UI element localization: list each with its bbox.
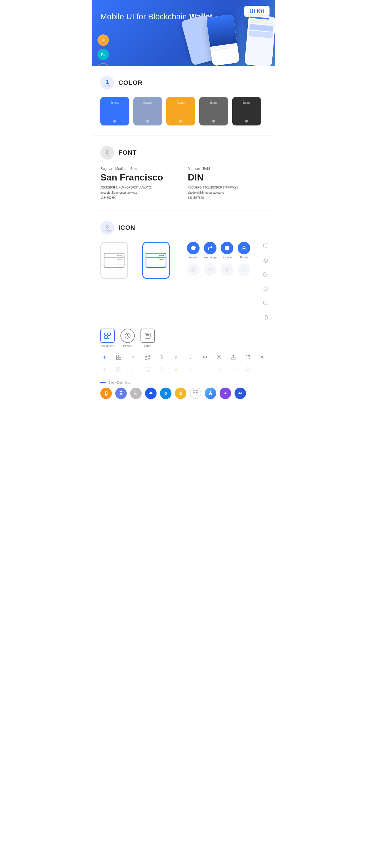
svg-rect-46 [231,358,235,359]
nav-icons-active-row: Assets Exchange Discover [187,242,250,259]
svg-point-45 [218,356,220,358]
svg-marker-15 [191,267,196,272]
wallet-svg-outline [101,248,127,273]
swatch-dot-5 [245,120,248,123]
section-1-number: 1 ONE [101,76,114,90]
exchange-icon-box: Exchange [204,242,217,259]
screens-badge: 60+Screens [97,63,109,66]
discover-icon [221,242,233,254]
iota-icon [190,388,201,399]
swatch-gray-blue: #8DA0C8 [133,97,162,125]
blockchain-line [101,382,106,383]
action-icons-section: Mangment History Order [101,329,266,347]
assets-icon-box: Assets [187,242,200,259]
svg-rect-37 [116,358,118,360]
share-icon [201,353,209,361]
svg-rect-50 [119,370,121,372]
btc-icon: ₿ [101,388,112,399]
svg-line-44 [163,358,164,359]
section-2-title: FONT [118,149,137,156]
svg-rect-52 [148,367,150,369]
section-1-title: COLOR [118,79,142,87]
section-2-number: 2 TWO [101,146,114,160]
section-2-header: 2 TWO FONT [101,146,266,160]
svg-rect-38 [119,358,121,360]
grid-edit-icon-ghost [115,366,123,374]
swatch-blue: #3574FA [101,97,129,125]
management-icon-box: Mangment [101,329,115,347]
exchange-icon-ghost [204,263,217,276]
star-filled-icon: ★ [172,366,180,374]
management-icon [101,329,115,343]
svg-rect-57 [193,391,195,393]
svg-rect-53 [145,370,147,372]
swatch-gray: #666666 [199,97,228,125]
plus-icon: + [101,353,108,361]
waves-icon [145,388,157,399]
discover-icon-box: Discover [221,242,233,259]
chat-icon [262,242,270,250]
section-3-number: 3 THREE [101,221,114,235]
phone-mockup-3 [245,14,275,66]
check-icon: ✓ [129,353,137,361]
qr-icon-ghost [143,366,151,374]
upload-icon [229,353,237,361]
svg-rect-59 [193,394,195,396]
qr-icon [143,353,151,361]
link-icon [234,388,246,399]
svg-point-17 [243,268,245,270]
svg-rect-42 [148,358,149,359]
close-icon: ✕ [258,353,266,361]
misc-icons-row-1 [262,242,270,321]
swatch-orange: #F5A623 [166,97,195,125]
swatch-dot [113,120,116,123]
zec-icon: Z [175,388,186,399]
profile-icon-ghost [238,263,250,276]
assets-icon-ghost [187,263,200,276]
font-san-francisco: Regular · Medium · Bold San Francisco AB… [101,167,179,200]
svg-rect-48 [119,367,121,369]
utility-icons-row-1: + ✓ ☆ ‹ ✕ [101,353,266,361]
icon-main-row: Assets Exchange Discover [101,242,266,321]
utility-icons-row-2: + ✓ ★ ‹ → ✕ [101,366,266,374]
svg-rect-54 [148,370,149,372]
svg-rect-47 [116,367,118,369]
profile-icon-box: Profile [238,242,250,259]
wallet-icon-filled [142,242,170,279]
chevron-left-ghost: ‹ [186,366,194,374]
nav-icons-ghost-row [187,263,250,276]
svg-rect-36 [119,355,121,357]
order-icon-box: Order [140,329,155,347]
svg-rect-18 [263,244,268,247]
resize-icon [244,353,252,361]
arrow-right-ghost: → [201,366,209,374]
svg-rect-20 [263,301,268,304]
dash-icon: D [160,388,171,399]
info-icon [262,313,270,321]
swatch-dot-4 [212,120,215,123]
nav-icons-grid: Assets Exchange Discover [187,242,250,280]
plus-icon-ghost: + [101,366,108,374]
ltc-icon: Ł [130,388,142,399]
svg-rect-41 [145,358,147,360]
action-icons-row: Mangment History Order [101,329,155,347]
svg-point-14 [243,246,245,248]
svg-point-13 [225,246,229,250]
rotate-ghost [229,366,237,374]
svg-rect-58 [196,391,198,393]
star-icon: ☆ [172,353,180,361]
wallet-svg-filled [143,248,169,273]
svg-rect-26 [105,333,107,336]
profile-icon [238,242,250,254]
swatch-dot-3 [179,120,182,123]
section-1-header: 1 ONE COLOR [101,76,266,90]
svg-rect-35 [116,355,118,357]
settings-icon [215,353,223,361]
refresh-icon-ghost [158,366,166,374]
svg-point-16 [225,267,229,272]
discover-icon-ghost [221,263,233,276]
order-icon [140,329,155,343]
exchange-icon [204,242,217,254]
matic-icon [220,388,231,399]
hero-section: Mobile UI for Blockchain Wallet UI Kit P… [92,0,275,66]
